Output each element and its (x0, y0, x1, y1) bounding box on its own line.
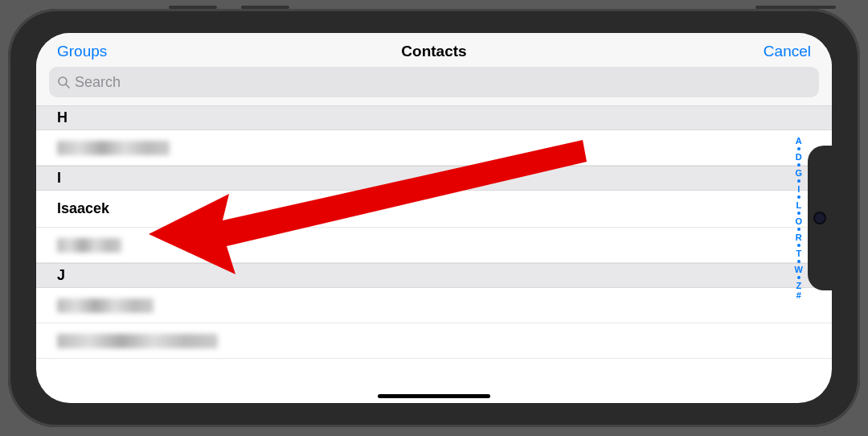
page-title: Contacts (309, 43, 560, 60)
index-letter-W[interactable]: W (795, 265, 803, 274)
section-header-I: I (36, 166, 832, 191)
redacted-name (57, 141, 170, 155)
index-dot[interactable] (797, 212, 800, 215)
redacted-name (57, 298, 154, 313)
phone-physical-buttons (169, 6, 836, 9)
index-dot[interactable] (797, 276, 800, 279)
screen: Groups Contacts Cancel Search HIIsaacekJ… (36, 33, 832, 403)
index-dot[interactable] (797, 195, 800, 199)
redacted-name (57, 238, 121, 253)
navbar: Groups Contacts Cancel (36, 33, 832, 67)
contact-name-label: Isaacek (57, 200, 109, 217)
index-letter-A[interactable]: A (796, 136, 802, 146)
notch (808, 146, 832, 290)
search-placeholder: Search (75, 74, 121, 91)
index-letter-O[interactable]: O (796, 216, 803, 226)
front-camera (813, 212, 826, 224)
alpha-index-bar[interactable]: ADGILORTWZ# (795, 136, 803, 300)
section-header-H: H (36, 105, 832, 130)
index-dot[interactable] (797, 244, 800, 247)
index-letter-I[interactable]: I (797, 184, 800, 194)
contact-row-blurred[interactable] (36, 288, 832, 323)
index-dot[interactable] (797, 228, 800, 231)
index-letter-G[interactable]: G (796, 168, 803, 178)
contact-row-blurred[interactable] (36, 228, 832, 263)
redacted-name (57, 334, 218, 348)
index-dot[interactable] (797, 260, 800, 263)
search-input[interactable]: Search (49, 67, 819, 97)
index-dot[interactable] (797, 179, 800, 183)
index-letter-R[interactable]: R (796, 232, 802, 242)
phone-frame: Groups Contacts Cancel Search HIIsaacekJ… (8, 9, 860, 427)
contact-row-blurred[interactable] (36, 323, 832, 359)
index-letter-L[interactable]: L (796, 200, 801, 210)
index-dot[interactable] (797, 147, 800, 150)
contact-row-blurred[interactable] (36, 130, 832, 166)
groups-button[interactable]: Groups (57, 43, 309, 60)
contact-isaacek[interactable]: Isaacek (36, 191, 832, 228)
index-dot[interactable] (797, 163, 800, 167)
search-icon (57, 76, 70, 88)
search-wrap: Search (36, 67, 832, 105)
svg-line-1 (66, 84, 69, 88)
index-letter-T[interactable]: T (796, 249, 801, 258)
contact-list[interactable]: HIIsaacekJ (36, 105, 832, 359)
index-letter-Z[interactable]: Z (796, 281, 801, 290)
cancel-button[interactable]: Cancel (559, 43, 811, 60)
index-letter-#[interactable]: # (796, 290, 801, 300)
section-header-J: J (36, 263, 832, 288)
home-indicator[interactable] (378, 394, 490, 398)
index-letter-D[interactable]: D (796, 152, 802, 162)
